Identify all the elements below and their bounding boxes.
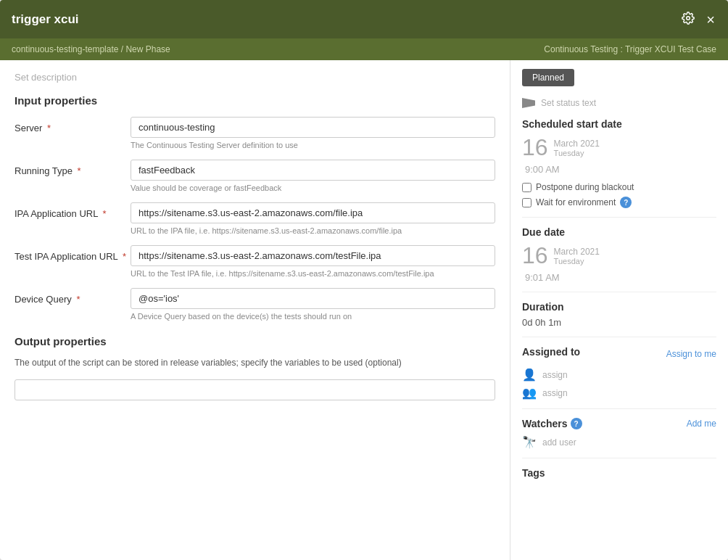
wait-env-checkbox[interactable]	[522, 198, 531, 207]
scheduled-start-date-display: 16 March 2021 Tuesday	[522, 134, 716, 161]
due-date-time: 9:01 AM	[522, 272, 716, 283]
status-button[interactable]: Planned	[522, 69, 574, 86]
running-type-required-indicator: *	[78, 165, 81, 176]
device-query-hint: A Device Query based on the device(s) th…	[131, 312, 495, 321]
device-query-label: Device Query *	[15, 288, 131, 305]
ipa-url-input[interactable]	[131, 202, 495, 223]
watchers-title-text: Watchers	[522, 418, 568, 429]
divider-3	[522, 337, 716, 337]
scheduled-start-month-year: March 2021	[554, 139, 600, 149]
context-label: Continuous Testing : Trigger XCUI Test C…	[544, 44, 716, 54]
due-date-weekday: Tuesday	[554, 257, 600, 265]
left-panel: Set description Input properties Server …	[0, 60, 510, 560]
running-type-field: Value should be coverage or fastFeedback	[131, 160, 495, 192]
divider-4	[522, 408, 716, 409]
scheduled-start-time: 9:00 AM	[522, 164, 716, 175]
due-date-month-year: March 2021	[554, 247, 600, 257]
device-query-input[interactable]	[131, 288, 495, 309]
wait-env-checkbox-row: Wait for environment ?	[522, 197, 716, 208]
device-query-required-indicator: *	[76, 294, 80, 305]
add-me-link[interactable]: Add me	[687, 419, 716, 429]
divider-5	[522, 458, 716, 458]
test-ipa-url-required-indicator: *	[123, 251, 126, 262]
assign-row-1: 👤 assign	[522, 368, 716, 382]
wait-env-help-icon[interactable]: ?	[620, 197, 632, 208]
assign-placeholder-1[interactable]: assign	[542, 370, 568, 380]
modal-header-icons: ×	[680, 10, 716, 28]
divider-1	[522, 217, 716, 218]
ipa-url-label: IPA Application URL *	[15, 202, 131, 219]
scheduled-start-details: March 2021 Tuesday	[554, 139, 600, 157]
flag-icon	[522, 98, 535, 108]
ipa-url-hint: URL to the IPA file, i.e. https://sitena…	[131, 226, 495, 235]
server-input[interactable]	[131, 117, 495, 138]
breadcrumb: continuous-testing-template / New Phase	[12, 44, 170, 54]
running-type-field-row: Running Type * Value should be coverage …	[15, 160, 495, 192]
settings-icon-button[interactable]	[680, 10, 696, 28]
wait-env-label: Wait for environment	[536, 197, 616, 207]
due-date-title: Due date	[522, 226, 716, 238]
status-text-row: Set status text	[522, 98, 716, 108]
modal-subheader: continuous-testing-template / New Phase …	[0, 38, 728, 60]
svg-point-0	[687, 17, 690, 20]
close-icon-button[interactable]: ×	[705, 11, 716, 28]
due-date-display: 16 March 2021 Tuesday	[522, 242, 716, 269]
server-required-indicator: *	[47, 123, 51, 133]
assign-to-me-link[interactable]: Assign to me	[666, 349, 716, 359]
test-ipa-url-label: Test IPA Application URL *	[15, 245, 131, 262]
binoculars-icon: 🔭	[522, 435, 537, 449]
due-date-day: 16	[522, 242, 548, 269]
server-label: Server *	[15, 117, 131, 133]
output-properties-title: Output properties	[15, 335, 495, 347]
assigned-to-title: Assigned to	[522, 346, 580, 358]
right-panel: Planned Set status text Scheduled start …	[510, 60, 728, 560]
output-section: Output properties The output of the scri…	[15, 335, 495, 400]
postpone-checkbox[interactable]	[522, 183, 531, 192]
server-hint: The Continuous Testing Server definition…	[131, 141, 495, 149]
ipa-url-field-row: IPA Application URL * URL to the IPA fil…	[15, 202, 495, 235]
test-ipa-url-field-row: Test IPA Application URL * URL to the Te…	[15, 245, 495, 278]
running-type-hint: Value should be coverage or fastFeedback	[131, 184, 495, 192]
postpone-checkbox-row: Postpone during blackout	[522, 182, 716, 192]
divider-2	[522, 292, 716, 292]
user-icon-1: 👤	[522, 368, 537, 382]
server-field: The Continuous Testing Server definition…	[131, 117, 495, 149]
scheduled-start-title: Scheduled start date	[522, 118, 716, 130]
output-description: The output of the script can be stored i…	[15, 358, 495, 368]
test-ipa-url-hint: URL to the Test IPA file, i.e. https://s…	[131, 269, 495, 278]
test-ipa-url-input[interactable]	[131, 245, 495, 266]
assign-row-2: 👥 assign	[522, 386, 716, 400]
duration-title: Duration	[522, 301, 716, 313]
duration-value: 0d 0h 1m	[522, 317, 716, 328]
scheduled-start-day: 16	[522, 134, 548, 161]
watchers-title-container: Watchers ?	[522, 418, 582, 429]
output-input[interactable]	[15, 379, 495, 400]
modal-title: trigger xcui	[12, 12, 79, 27]
watchers-header: Watchers ? Add me	[522, 418, 716, 429]
postpone-label: Postpone during blackout	[536, 182, 634, 192]
modal-body: Set description Input properties Server …	[0, 60, 728, 560]
input-properties-title: Input properties	[15, 94, 495, 107]
scheduled-start-weekday: Tuesday	[554, 149, 600, 157]
add-user-row: 🔭 add user	[522, 435, 716, 449]
running-type-input[interactable]	[131, 160, 495, 181]
set-description-placeholder[interactable]: Set description	[15, 72, 495, 83]
device-query-field: A Device Query based on the device(s) th…	[131, 288, 495, 321]
assigned-to-header: Assigned to Assign to me	[522, 346, 716, 362]
running-type-label: Running Type *	[15, 160, 131, 176]
server-field-row: Server * The Continuous Testing Server d…	[15, 117, 495, 149]
device-query-field-row: Device Query * A Device Query based on t…	[15, 288, 495, 321]
test-ipa-url-field: URL to the Test IPA file, i.e. https://s…	[131, 245, 495, 278]
watchers-help-icon[interactable]: ?	[571, 418, 582, 429]
modal-container: trigger xcui × continuous-testing-templa…	[0, 0, 728, 560]
user-icon-2: 👥	[522, 386, 537, 400]
ipa-url-field: URL to the IPA file, i.e. https://sitena…	[131, 202, 495, 235]
modal-header: trigger xcui ×	[0, 0, 728, 38]
add-user-placeholder[interactable]: add user	[542, 437, 576, 448]
tags-title: Tags	[522, 467, 716, 479]
status-text-placeholder[interactable]: Set status text	[541, 98, 596, 108]
ipa-url-required-indicator: *	[103, 208, 107, 219]
assign-placeholder-2[interactable]: assign	[542, 388, 568, 398]
due-date-details: March 2021 Tuesday	[554, 247, 600, 265]
